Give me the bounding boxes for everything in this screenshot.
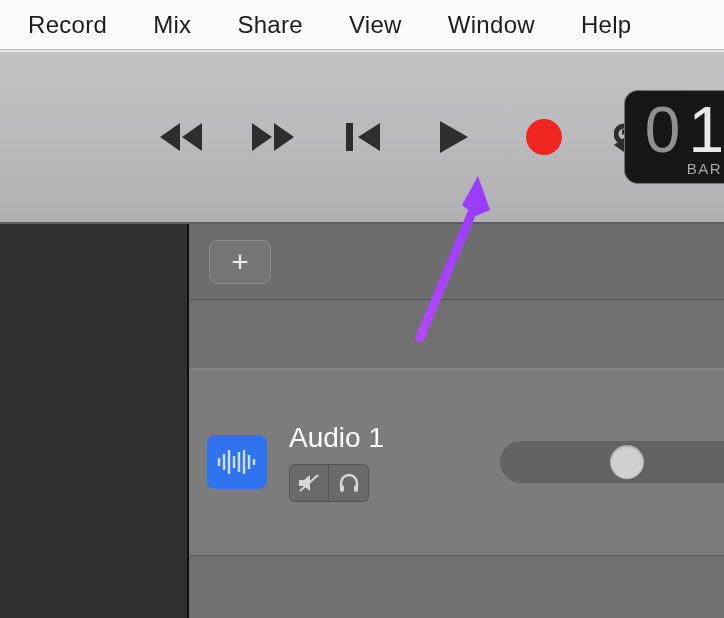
menu-window[interactable]: Window [448,11,535,39]
library-sidebar [0,224,189,618]
record-button[interactable] [518,117,570,157]
rewind-button[interactable] [158,117,210,157]
volume-slider[interactable] [500,441,724,483]
go-to-start-button[interactable] [338,117,390,157]
add-track-button[interactable]: + [209,240,271,284]
volume-thumb[interactable] [610,445,644,479]
waveform-icon [216,448,258,476]
transport-toolbar: 0 1 BAR [0,50,724,224]
mute-icon [298,473,320,493]
workspace: + [0,224,724,618]
plus-icon: + [231,245,249,279]
rewind-icon [158,120,210,154]
lcd-label: BAR [687,160,724,177]
menu-share[interactable]: Share [237,11,303,39]
track-info: Audio 1 [289,422,384,502]
fast-forward-button[interactable] [248,117,300,157]
lcd-display: 0 1 BAR [624,90,724,184]
empty-area [189,556,724,618]
headphones-icon [338,473,360,493]
menu-bar: Record Mix Share View Window Help [0,0,724,50]
track-name[interactable]: Audio 1 [289,422,384,454]
svg-rect-10 [340,485,344,492]
audio-track-icon [207,435,267,489]
play-icon [437,119,471,155]
track-header-strip: + [189,224,724,300]
lcd-digit: 1 [688,98,724,162]
tracks-area: + [189,224,724,618]
track-row[interactable]: Audio 1 [189,368,724,556]
menu-mix[interactable]: Mix [153,11,191,39]
menu-record[interactable]: Record [28,11,107,39]
track-buttons [289,464,384,502]
spacer [189,300,724,368]
lcd-digit-dim: 0 [645,98,681,162]
input-monitor-button[interactable] [329,464,369,502]
menu-help[interactable]: Help [581,11,632,39]
mute-button[interactable] [289,464,329,502]
transport-controls [158,117,660,157]
svg-rect-11 [354,485,358,492]
svg-rect-0 [346,123,353,151]
fast-forward-icon [248,120,300,154]
record-icon [526,119,562,155]
play-button[interactable] [428,117,480,157]
skip-back-icon [344,120,384,154]
track-right [406,369,724,555]
menu-view[interactable]: View [349,11,402,39]
